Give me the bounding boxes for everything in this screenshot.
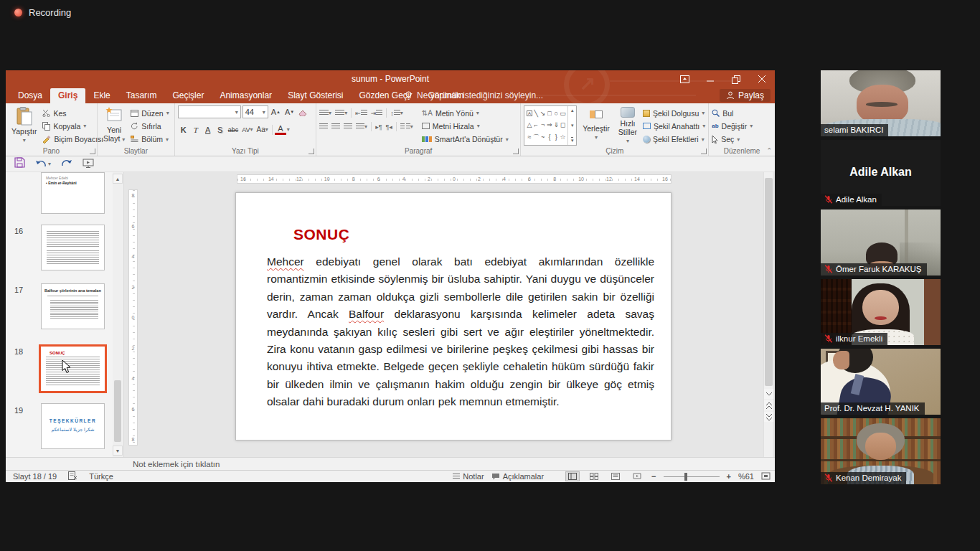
align-left-button[interactable]	[319, 123, 328, 130]
thumbnail-scroll-up-button[interactable]: ▲	[113, 174, 123, 184]
increase-indent-button[interactable]: ⇥	[371, 110, 383, 117]
italic-button[interactable]: T	[190, 123, 202, 136]
thumbnail-slide-17[interactable]: Balfour şiirlerinin ana temaları	[41, 283, 105, 329]
editor-scrollbar[interactable]	[763, 172, 773, 457]
increase-font-button[interactable]: A▲	[270, 106, 282, 118]
text-shadow-button[interactable]: S	[215, 123, 226, 136]
shape-fill-button[interactable]: Şekil Dolgusu▾	[643, 107, 705, 119]
select-button[interactable]: Seç▾	[712, 133, 753, 146]
thumbnail-slide-19[interactable]: TEŞEKKÜRLER شكرا جزيلا لاستماعكم	[41, 403, 105, 449]
next-slide-button[interactable]	[764, 412, 773, 422]
participant-tile[interactable]: Kenan Demirayak	[821, 418, 941, 484]
language-indicator[interactable]: Türkçe	[89, 472, 113, 481]
notes-toggle-button[interactable]: Notlar	[453, 472, 484, 481]
participant-tile[interactable]: Adile Alkan Adile Alkan	[821, 140, 941, 206]
previous-slide-button[interactable]	[764, 400, 773, 410]
thumbnail-slide-16[interactable]	[41, 225, 105, 270]
zoom-percentage[interactable]: %61	[738, 472, 754, 481]
underline-button[interactable]: A	[202, 123, 214, 136]
columns-button[interactable]: ▾	[400, 123, 413, 130]
tab-geçişler[interactable]: Geçişler	[164, 88, 212, 103]
smartart-button[interactable]: SmartArt'a Dönüştür▾	[422, 133, 509, 146]
slide-sorter-view-button[interactable]	[587, 471, 601, 481]
thumbnail-slide-15[interactable]: Mehcer Edebi • Emîn er-Reyhânî	[41, 172, 105, 214]
tab-slayt-gösterisi[interactable]: Slayt Gösterisi	[280, 88, 351, 103]
new-slide-button[interactable]: YeniSlayt ▾	[100, 105, 128, 146]
thumbnail-scrollbar[interactable]: ▲ ▼	[113, 172, 123, 457]
ltr-direction-button[interactable]: ▸¶	[375, 123, 382, 131]
thumbnail-scroll-thumb[interactable]	[114, 380, 121, 442]
rtl-direction-button[interactable]: ¶◂	[385, 123, 392, 131]
decrease-indent-button[interactable]: ⇤	[355, 110, 367, 117]
participant-tile[interactable]: ilknur Emekli	[821, 279, 941, 345]
participant-tile[interactable]: Ömer Faruk KARAKUŞ	[821, 209, 941, 276]
character-spacing-button[interactable]: AV▾	[240, 123, 254, 136]
slide-title[interactable]: SONUÇ	[293, 226, 349, 243]
close-button[interactable]	[749, 70, 775, 88]
tell-me-box[interactable]: Ne yapmak istediğinizi söyleyin...	[405, 90, 543, 100]
font-color-button[interactable]: A	[275, 125, 286, 135]
scroll-down-button[interactable]	[764, 389, 773, 399]
start-slideshow-button[interactable]	[83, 158, 94, 171]
shape-outline-button[interactable]: Şekil Anahattı▾	[643, 120, 705, 132]
zoom-slider-thumb[interactable]	[684, 473, 687, 481]
slide-canvas[interactable]: SONUÇ Mehcer edebiyatı genel olarak batı…	[235, 192, 672, 441]
find-button[interactable]: Bul	[712, 107, 753, 119]
ribbon-display-options-button[interactable]	[672, 70, 697, 88]
decrease-font-button[interactable]: A▼	[283, 106, 296, 118]
font-size-combo[interactable]: 44▾	[242, 105, 268, 118]
bullet-list-button[interactable]: ▾	[319, 110, 331, 116]
editor-scroll-thumb[interactable]	[765, 178, 773, 386]
spellcheck-status-icon[interactable]	[68, 471, 77, 481]
collapse-ribbon-button[interactable]: ⌃	[766, 147, 772, 154]
cut-button[interactable]: Kes	[42, 107, 103, 119]
shapes-gallery-scroll[interactable]: ▴▾▾	[567, 106, 576, 145]
text-direction-button[interactable]: ⇅A Metin Yönü▾	[422, 107, 509, 119]
undo-button[interactable]: ▾	[35, 160, 51, 169]
line-spacing-button[interactable]: ↕▾	[390, 110, 403, 117]
zoom-slider[interactable]	[664, 476, 720, 477]
thumbnail-slide-18-selected[interactable]: SONUÇ	[39, 344, 107, 393]
replace-button[interactable]: ab Değiştir▾	[712, 120, 753, 132]
align-text-button[interactable]: Metni Hizala▾	[422, 120, 509, 132]
tab-ekle[interactable]: Ekle	[85, 88, 118, 103]
fit-to-window-button[interactable]	[761, 472, 771, 481]
arrange-button[interactable]: Yerleştir▾	[580, 105, 613, 146]
restore-button[interactable]	[723, 70, 749, 88]
section-button[interactable]: Bölüm▾	[131, 133, 169, 146]
font-name-combo[interactable]: ▾	[178, 105, 241, 118]
tab-tasarım[interactable]: Tasarım	[118, 88, 165, 103]
normal-view-button[interactable]	[565, 471, 580, 481]
strikethrough-button[interactable]: abc	[227, 123, 240, 136]
align-center-button[interactable]	[331, 123, 340, 130]
participant-tile[interactable]: selami BAKIRCI	[821, 70, 941, 136]
clear-formatting-button[interactable]	[297, 106, 308, 118]
numbered-list-button[interactable]: ▾	[335, 110, 347, 116]
align-right-button[interactable]	[344, 123, 352, 130]
slideshow-view-button[interactable]	[630, 471, 644, 481]
share-button[interactable]: Paylaş	[720, 89, 771, 102]
copy-button[interactable]: Kopyala▾	[42, 120, 103, 132]
bold-button[interactable]: K	[178, 123, 189, 136]
redo-button[interactable]	[61, 158, 72, 171]
save-button[interactable]	[14, 157, 25, 171]
slide-body-text[interactable]: Mehcer edebiyatı genel olarak batı edebi…	[267, 253, 654, 411]
quick-styles-button[interactable]: Hızlı Stiller▾	[616, 105, 640, 146]
thumbnail-scroll-down-button[interactable]: ▼	[113, 446, 123, 456]
layout-button[interactable]: Düzen▾	[131, 107, 169, 119]
zoom-in-button[interactable]: +	[727, 472, 731, 481]
tab-giriş[interactable]: Giriş	[50, 88, 85, 103]
paste-button[interactable]: Yapıştır▾	[9, 105, 39, 146]
tab-animasyonlar[interactable]: Animasyonlar	[212, 88, 280, 103]
justify-button[interactable]: ▾	[356, 123, 367, 130]
minimize-button[interactable]	[697, 70, 723, 88]
reading-view-button[interactable]	[608, 471, 623, 481]
format-painter-button[interactable]: Biçim Boyacısı	[42, 133, 103, 146]
change-case-button[interactable]: Aa▾	[255, 123, 270, 136]
shape-effects-button[interactable]: Şekil Efektleri▾	[643, 133, 705, 146]
participant-tile[interactable]: Prof. Dr. Nevzat H. YANIK	[821, 349, 941, 415]
tab-dosya[interactable]: Dosya	[10, 88, 50, 103]
notes-pane[interactable]: Not eklemek için tıklatın	[6, 457, 775, 470]
font-color-dropdown[interactable]: ▾	[287, 126, 290, 133]
shapes-gallery[interactable]: A╲↘□○▭ △⌐¬⇒⇓◻ ≈⌒~{}☆ ▴▾▾	[524, 105, 577, 146]
